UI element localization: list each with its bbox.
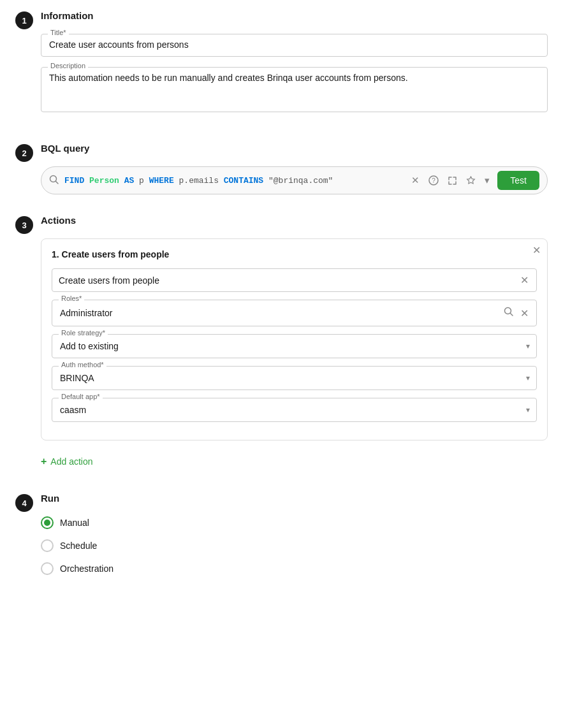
description-field-group: Description This automation needs to be … — [41, 67, 548, 112]
section-2-title: BQL query — [41, 143, 548, 154]
auth-method-label: Auth method* — [59, 361, 106, 368]
section-3-title: Actions — [41, 215, 548, 226]
add-action-label: Add action — [50, 456, 92, 467]
section-1-content: Information Title* Description This auto… — [41, 10, 548, 122]
default-app-field[interactable]: Default app* caasm ▾ — [52, 398, 537, 422]
roles-value: Administrator — [60, 308, 502, 318]
auth-method-chevron-icon: ▾ — [526, 374, 530, 382]
action-name-input[interactable] — [59, 275, 519, 286]
section-3-content: Actions 1. Create users from people ✕ ✕ … — [41, 215, 548, 472]
svg-text:?: ? — [432, 177, 436, 184]
bql-expand-button[interactable] — [445, 175, 460, 187]
bql-action-buttons: ✕ ? — [409, 173, 492, 187]
bql-star-button[interactable] — [464, 175, 478, 187]
section-4-title: Run — [41, 493, 548, 504]
section-number-2: 2 — [15, 144, 33, 162]
roles-field-label: Roles* — [59, 295, 84, 302]
test-button[interactable]: Test — [497, 171, 539, 190]
bql-search-bar: FIND Person AS p WHERE p.emails CONTAINS… — [41, 166, 548, 194]
title-input[interactable] — [49, 40, 539, 50]
section-number-1: 1 — [15, 11, 33, 29]
title-field-group: Title* — [41, 34, 548, 57]
add-action-plus-icon: + — [41, 456, 47, 467]
run-radio-orchestration-label: Orchestration — [60, 564, 113, 574]
page: 1 Information Title* Description This au… — [0, 0, 563, 621]
title-field-label: Title* — [48, 29, 69, 36]
roles-field: Roles* Administrator ✕ — [52, 300, 537, 326]
section-4-content: Run Manual Schedule Orchestration — [41, 493, 548, 575]
bql-clear-button[interactable]: ✕ — [409, 173, 422, 187]
section-actions: 3 Actions 1. Create users from people ✕ … — [15, 215, 548, 472]
roles-clear-button[interactable]: ✕ — [519, 306, 530, 321]
section-number-3: 3 — [15, 216, 33, 234]
description-field-label: Description — [48, 62, 88, 69]
search-icon — [49, 175, 59, 187]
run-radio-orchestration-circle — [41, 562, 54, 575]
run-radio-schedule-label: Schedule — [60, 541, 97, 551]
run-option-schedule[interactable]: Schedule — [41, 539, 548, 552]
role-strategy-field[interactable]: Role strategy* Add to existing ▾ — [52, 334, 537, 358]
default-app-value: caasm — [60, 405, 513, 415]
section-run: 4 Run Manual Schedule Orchestration — [15, 493, 548, 575]
default-app-label: Default app* — [59, 393, 103, 400]
bql-dropdown-button[interactable]: ▾ — [482, 173, 492, 187]
run-option-manual[interactable]: Manual — [41, 516, 548, 529]
roles-search-button[interactable] — [502, 305, 515, 321]
auth-method-field[interactable]: Auth method* BRINQA ▾ — [52, 366, 537, 390]
section-information: 1 Information Title* Description This au… — [15, 10, 548, 122]
auth-method-value: BRINQA — [60, 373, 513, 383]
svg-line-1 — [56, 181, 59, 184]
run-radio-manual-circle — [41, 516, 54, 529]
action-card-title: 1. Create users from people — [52, 249, 537, 259]
bql-help-button[interactable]: ? — [426, 174, 441, 187]
action-card-close-button[interactable]: ✕ — [532, 245, 541, 256]
description-input[interactable]: This automation needs to be run manually… — [49, 73, 539, 103]
run-radio-schedule-circle — [41, 539, 54, 552]
run-radio-group: Manual Schedule Orchestration — [41, 516, 548, 575]
action-name-field: ✕ — [52, 268, 537, 292]
run-option-orchestration[interactable]: Orchestration — [41, 562, 548, 575]
section-1-title: Information — [41, 10, 548, 21]
role-strategy-chevron-icon: ▾ — [526, 342, 530, 351]
role-strategy-value: Add to existing — [60, 341, 513, 351]
bql-query-text[interactable]: FIND Person AS p WHERE p.emails CONTAINS… — [64, 176, 404, 186]
section-2-content: BQL query FIND Person AS p — [41, 143, 548, 194]
role-strategy-label: Role strategy* — [59, 329, 108, 337]
action-name-clear-button[interactable]: ✕ — [519, 274, 530, 286]
section-number-4: 4 — [15, 494, 33, 512]
action-card: 1. Create users from people ✕ ✕ Roles* A… — [41, 238, 548, 440]
run-radio-manual-label: Manual — [60, 518, 89, 528]
section-bql: 2 BQL query FIND Person AS p — [15, 143, 548, 194]
add-action-button[interactable]: + Add action — [41, 451, 93, 472]
roles-action-buttons: ✕ — [502, 305, 530, 321]
svg-line-5 — [511, 314, 513, 316]
default-app-chevron-icon: ▾ — [526, 405, 530, 414]
